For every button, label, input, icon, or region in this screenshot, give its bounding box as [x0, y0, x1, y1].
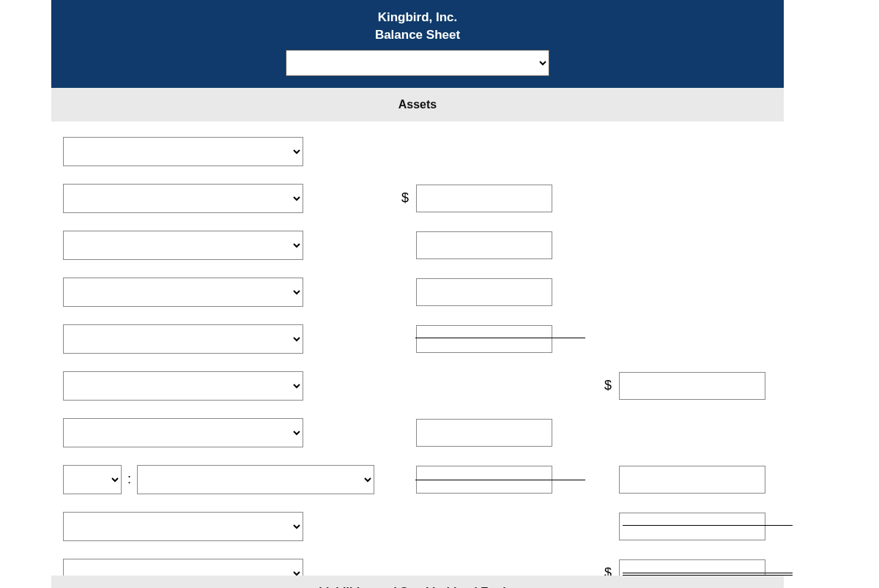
asset-amount1-input-2[interactable]	[416, 185, 552, 212]
asset-amount2-input-9[interactable]	[619, 513, 765, 540]
asset-row-9	[51, 510, 784, 543]
asset-amount2-input-8[interactable]	[619, 466, 765, 494]
asset-label-select-5[interactable]	[63, 324, 303, 354]
total-single-rule	[623, 525, 793, 526]
asset-label-select-2[interactable]	[63, 184, 303, 213]
sheet-header: Kingbird, Inc. Balance Sheet	[51, 0, 784, 88]
asset-amount1-input-4[interactable]	[416, 278, 552, 306]
asset-label-select-9[interactable]	[63, 512, 303, 541]
asset-row-2: $	[51, 182, 784, 215]
subtotal-rule-2	[415, 480, 585, 480]
page: Kingbird, Inc. Balance Sheet Assets	[0, 0, 879, 588]
date-select-wrap	[51, 50, 784, 76]
asset-row-3	[51, 228, 784, 262]
statement-name: Balance Sheet	[51, 26, 784, 44]
asset-row-5	[51, 322, 784, 356]
asset-row-6: $	[51, 369, 784, 403]
dollar-sign: $	[396, 190, 409, 206]
dollar-sign: $	[598, 378, 612, 393]
date-select[interactable]	[286, 50, 549, 76]
asset-small-select-8[interactable]	[63, 465, 122, 494]
company-name: Kingbird, Inc.	[51, 9, 784, 26]
asset-amount1-input-3[interactable]	[416, 231, 552, 259]
balance-sheet: Kingbird, Inc. Balance Sheet Assets	[51, 0, 784, 588]
asset-label-select-3[interactable]	[63, 231, 303, 260]
asset-wide-select-8[interactable]	[137, 465, 374, 494]
asset-amount1-input-5[interactable]	[416, 325, 552, 353]
asset-label-select-1[interactable]	[63, 137, 303, 166]
asset-label-select-4[interactable]	[63, 278, 303, 307]
asset-rows: $	[51, 122, 784, 588]
liabilities-section-header: Liabilities and Stockholders' Equity	[51, 576, 784, 588]
asset-row-4	[51, 275, 784, 309]
subtotal-rule-1	[415, 338, 585, 338]
asset-row-1	[51, 135, 784, 168]
asset-row-7	[51, 416, 784, 450]
asset-label-select-7[interactable]	[63, 418, 303, 447]
asset-amount2-input-6[interactable]	[619, 372, 765, 400]
assets-section-header: Assets	[51, 88, 784, 122]
asset-amount1-input-7[interactable]	[416, 419, 552, 447]
asset-label-select-6[interactable]	[63, 371, 303, 401]
colon: :	[127, 472, 131, 487]
